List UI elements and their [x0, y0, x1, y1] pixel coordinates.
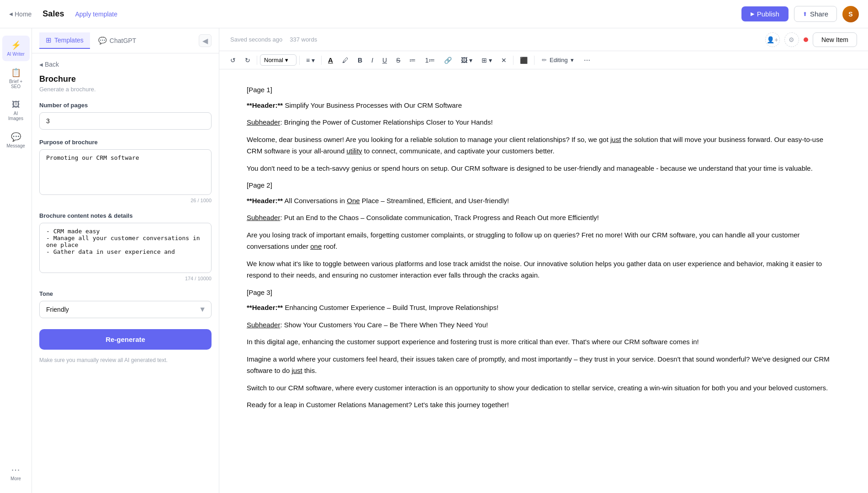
ordered-list-button[interactable]: 1≔ — [421, 54, 439, 66]
strikethrough-button[interactable]: S — [392, 54, 404, 66]
panel-tabs: ⊞ Templates 💬 ChatGPT ◀ — [32, 28, 219, 53]
apply-template-link[interactable]: Apply template — [75, 10, 117, 18]
style-label: Normal — [264, 57, 283, 63]
section-title: Brochure — [39, 74, 212, 84]
highlight-button[interactable]: 🖊 — [339, 54, 352, 66]
purpose-textarea-wrap: Promoting our CRM software 26 / 1000 — [39, 149, 212, 203]
editor-topbar: Saved seconds ago 337 words 👤+ ⚙ New Ite… — [219, 28, 868, 51]
editor-area: Saved seconds ago 337 words 👤+ ⚙ New Ite… — [219, 28, 868, 493]
editing-label: Editing — [550, 57, 568, 63]
num-pages-input[interactable] — [39, 112, 212, 130]
tab-templates[interactable]: ⊞ Templates — [39, 32, 90, 49]
avatar[interactable]: S — [842, 6, 859, 22]
italic-button[interactable]: I — [368, 54, 377, 66]
crop-button[interactable]: ⬛ — [516, 54, 531, 66]
back-button[interactable]: Back — [39, 61, 212, 68]
sidebar-label-ai-writer: AI Writer — [7, 52, 25, 57]
page3-subheader-text: Subheader — [247, 321, 280, 329]
share-button[interactable]: Share — [794, 6, 837, 22]
image-icon: 🖼 — [12, 100, 20, 110]
header-right: Publish Share S — [741, 6, 859, 22]
bullet-list-button[interactable]: ≔ — [406, 54, 419, 66]
sidebar-item-ai-writer[interactable]: ⚡ AI Writer — [2, 36, 30, 61]
panel-content: Back Brochure Generate a brochure. Numbe… — [32, 53, 219, 493]
page1-header: **Header:** Simplify Your Business Proce… — [247, 100, 841, 111]
pencil-icon: ✏ — [542, 57, 547, 63]
page2-header-bold: **Header:** — [247, 197, 283, 205]
underline-button[interactable]: U — [379, 54, 391, 66]
publish-button[interactable]: Publish — [741, 6, 789, 21]
collapse-panel-button[interactable]: ◀ — [199, 34, 212, 47]
image-button[interactable]: 🖼 ▾ — [457, 54, 476, 66]
disclaimer-text: Make sure you manually review all AI gen… — [39, 356, 212, 364]
tab-chatgpt[interactable]: 💬 ChatGPT — [92, 33, 143, 48]
page1-utility: utility — [346, 147, 362, 155]
sidebar-label-ai-images: AI Images — [6, 111, 26, 121]
page1-subheader-text: Subheader — [247, 118, 280, 126]
main-layout: ⚡ AI Writer 📋 Brief + SEO 🖼 AI Images 💬 … — [0, 28, 868, 493]
message-icon: 💬 — [11, 132, 21, 142]
toolbar-separator-3 — [321, 56, 322, 65]
style-select[interactable]: Normal ▾ — [260, 54, 296, 66]
page1-just: just — [610, 136, 621, 143]
editor-actions: 👤+ ⚙ New Item — [765, 32, 857, 47]
settings-icon[interactable]: ⚙ — [784, 32, 799, 47]
sidebar-label-more: More — [11, 476, 21, 481]
page3-p2: Imagine a world where your customers fee… — [247, 353, 841, 377]
editor-toolbar: ↺ ↻ Normal ▾ ≡ ▾ A 🖊 B I U S ≔ 1≔ 🔗 🖼 ▾ … — [219, 51, 868, 69]
page-title: Sales — [42, 9, 64, 19]
page3-header-bold: **Header:** — [247, 304, 283, 311]
avatar-image: S — [842, 6, 859, 22]
chatgpt-icon: 💬 — [98, 37, 107, 45]
tab-templates-label: Templates — [54, 37, 84, 44]
page1-marker: [Page 1] — [247, 84, 841, 96]
align-button[interactable]: ≡ ▾ — [302, 54, 318, 66]
tone-select-wrap: Friendly Professional Casual Formal ▼ — [39, 301, 212, 318]
undo-button[interactable]: ↺ — [227, 54, 239, 66]
sidebar-item-ai-images[interactable]: 🖼 AI Images — [2, 95, 30, 126]
purpose-label: Purpose of brochure — [39, 139, 212, 146]
templates-icon: ⊞ — [46, 36, 52, 44]
tone-label: Tone — [39, 290, 212, 297]
page1-header-bold: **Header:** — [247, 101, 283, 109]
regenerate-button[interactable]: Re-generate — [39, 329, 212, 350]
home-link[interactable]: Home — [9, 10, 32, 18]
style-chevron: ▾ — [285, 57, 288, 63]
icon-sidebar: ⚡ AI Writer 📋 Brief + SEO 🖼 AI Images 💬 … — [0, 28, 32, 493]
page3-marker: [Page 3] — [247, 287, 841, 299]
page1-p2: You don't need to be a tech-savvy genius… — [247, 163, 841, 174]
sidebar-item-brief-seo[interactable]: 📋 Brief + SEO — [2, 63, 30, 94]
editor-content[interactable]: [Page 1] **Header:** Simplify Your Busin… — [219, 69, 868, 493]
redo-button[interactable]: ↻ — [241, 54, 254, 66]
editing-dropdown[interactable]: ✏ Editing ▾ — [537, 54, 578, 66]
table-button[interactable]: ⊞ ▾ — [478, 54, 496, 66]
notes-textarea[interactable]: - CRM made easy - Manage all your custom… — [39, 223, 212, 273]
notes-char-count: 174 / 10000 — [39, 276, 212, 281]
page2-one: One — [347, 197, 360, 205]
brief-icon: 📋 — [11, 68, 21, 78]
bold-button[interactable]: B — [354, 54, 366, 66]
page3-p4: Ready for a leap in Customer Relations M… — [247, 399, 841, 411]
tone-select[interactable]: Friendly Professional Casual Formal — [39, 301, 212, 318]
purpose-char-count: 26 / 1000 — [39, 198, 212, 203]
sidebar-item-more[interactable]: ··· More — [2, 460, 30, 486]
tab-chatgpt-label: ChatGPT — [110, 37, 136, 44]
page2-one-text: one — [310, 242, 322, 250]
new-item-button[interactable]: New Item — [813, 32, 857, 47]
sidebar-label-brief-seo: Brief + SEO — [6, 79, 26, 89]
link-button[interactable]: 🔗 — [440, 54, 455, 66]
toolbar-separator-1 — [257, 56, 257, 65]
page1-p1: Welcome, dear business owner! Are you lo… — [247, 134, 841, 157]
notes-label: Brochure content notes & details — [39, 212, 212, 219]
word-count: 337 words — [290, 36, 317, 43]
purpose-textarea[interactable]: Promoting our CRM software — [39, 149, 212, 195]
text-color-button[interactable]: A — [324, 54, 337, 66]
sidebar-item-message[interactable]: 💬 Message — [2, 127, 30, 153]
toolbar-separator-5 — [534, 56, 535, 65]
toolbar-separator-2 — [299, 56, 300, 65]
overflow-menu-button[interactable]: ⋯ — [580, 54, 594, 66]
notes-textarea-wrap: - CRM made easy - Manage all your custom… — [39, 223, 212, 281]
more-options-button[interactable]: ✕ — [498, 54, 510, 66]
num-pages-label: Number of pages — [39, 102, 212, 109]
user-add-icon[interactable]: 👤+ — [765, 32, 780, 47]
